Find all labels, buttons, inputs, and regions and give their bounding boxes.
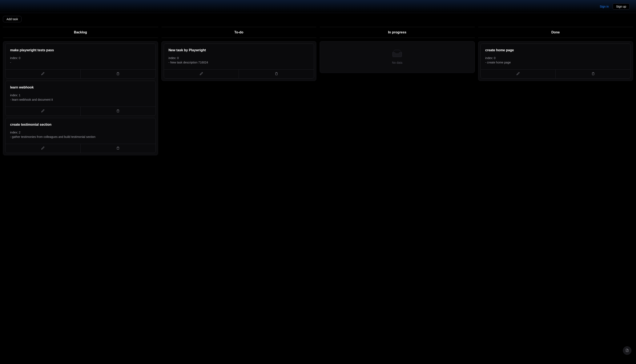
task-card[interactable]: learn webhook index: 1 - learn webhook a…: [5, 81, 156, 116]
empty-state: No data: [322, 44, 473, 70]
card-index: index: 2: [10, 130, 151, 135]
delete-button[interactable]: [81, 107, 155, 116]
column-header: To-do: [161, 27, 317, 38]
document-icon: [625, 349, 629, 353]
edit-button[interactable]: [6, 70, 81, 78]
card-body: create home page index: 0 - create home …: [481, 44, 631, 69]
sign-up-button[interactable]: Sign up: [613, 3, 630, 10]
column-header: Done: [478, 27, 633, 38]
fab-button[interactable]: [623, 346, 631, 355]
trash-icon: [116, 146, 120, 150]
edit-icon: [41, 72, 44, 76]
task-card[interactable]: create home page index: 0 - create home …: [481, 44, 631, 78]
card-title: learn webhook: [10, 86, 151, 89]
delete-button[interactable]: [81, 70, 155, 78]
card-actions: [481, 69, 631, 78]
delete-button[interactable]: [556, 70, 630, 78]
card-description: - gather testimonies from colleagues and…: [10, 135, 151, 139]
column-header: Backlog: [3, 27, 158, 38]
task-card[interactable]: New task by Playwright index: 0 - New ta…: [164, 44, 314, 78]
column-body: New task by Playwright index: 0 - New ta…: [161, 41, 317, 81]
card-title: New task by Playwright: [169, 48, 309, 52]
column-body: make playwright tests pass index: 0 -: [3, 41, 158, 155]
trash-icon: [116, 72, 120, 76]
card-title: create home page: [485, 48, 626, 52]
card-body: learn webhook index: 1 - learn webhook a…: [6, 81, 155, 106]
content: Add task Backlog make playwright tests p…: [0, 13, 636, 158]
trash-icon: [592, 72, 595, 76]
card-description: - create home page: [485, 60, 626, 65]
empty-text: No data: [392, 61, 402, 64]
card-actions: [164, 69, 314, 78]
header-links: Sign in Sign up: [600, 3, 630, 10]
edit-button[interactable]: [164, 70, 239, 78]
edit-icon: [41, 146, 44, 150]
card-index: index: 0: [485, 56, 626, 60]
card-title: create testimonial section: [10, 123, 151, 126]
sign-in-link[interactable]: Sign in: [600, 5, 609, 8]
card-title: make playwright tests pass: [10, 48, 151, 52]
card-body: New task by Playwright index: 0 - New ta…: [164, 44, 314, 69]
trash-icon: [116, 109, 120, 113]
delete-button[interactable]: [81, 144, 155, 153]
edit-icon: [200, 72, 203, 76]
edit-icon: [41, 109, 44, 113]
card-body: make playwright tests pass index: 0 -: [6, 44, 155, 69]
column-done: Done create home page index: 0 - create …: [478, 27, 633, 155]
inbox-icon: [391, 50, 403, 61]
edit-button[interactable]: [481, 70, 556, 78]
card-actions: [6, 144, 155, 153]
card-index: index: 0: [169, 56, 309, 60]
edit-button[interactable]: [6, 144, 81, 153]
edit-icon: [516, 72, 520, 76]
task-card[interactable]: create testimonial section index: 2 - ga…: [5, 118, 156, 153]
column-backlog: Backlog make playwright tests pass index…: [3, 27, 158, 155]
column-header: In progress: [320, 27, 475, 38]
card-index: index: 0: [10, 56, 151, 60]
edit-button[interactable]: [6, 107, 81, 116]
card-description: - New task description 716024: [169, 60, 309, 65]
delete-button[interactable]: [239, 70, 314, 78]
card-actions: [6, 69, 155, 78]
card-actions: [6, 106, 155, 116]
add-task-button[interactable]: Add task: [3, 16, 22, 22]
kanban-board: Backlog make playwright tests pass index…: [3, 27, 633, 155]
trash-icon: [275, 72, 278, 76]
card-description: - learn webhook and document it: [10, 98, 151, 102]
column-in-progress: In progress No data: [320, 27, 475, 155]
column-todo: To-do New task by Playwright index: 0 - …: [161, 27, 317, 155]
header: Sign in Sign up: [0, 0, 636, 13]
card-description: -: [10, 60, 151, 65]
card-index: index: 1: [10, 93, 151, 98]
column-body: No data: [320, 41, 475, 73]
task-card[interactable]: make playwright tests pass index: 0 -: [5, 44, 156, 78]
card-body: create testimonial section index: 2 - ga…: [6, 118, 155, 144]
column-body: create home page index: 0 - create home …: [478, 41, 633, 81]
